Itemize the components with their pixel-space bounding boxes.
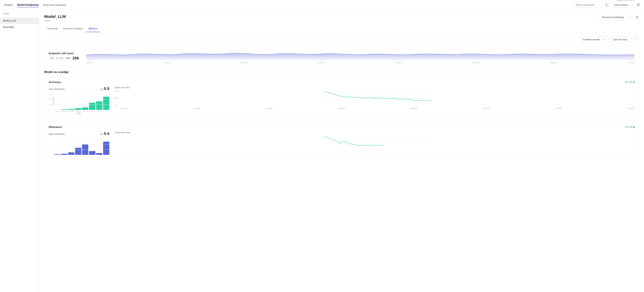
total-value: 20k: [72, 56, 79, 60]
accuracy-value-over-time: Value over time 0.99 0.89 0.8: [115, 86, 634, 114]
time-label: 05:00 AM: [473, 62, 480, 64]
tabs: Overview Features Analysis Metrics: [44, 25, 639, 32]
tab-features-analysis[interactable]: Features Analysis: [60, 25, 86, 32]
value-over-time-label: Value over time: [115, 131, 634, 134]
relevance-drift: No Drift: [625, 126, 634, 128]
search-container: 🔍: [574, 2, 610, 8]
more-options-button[interactable]: ⋮: [628, 15, 633, 20]
distribution-label: Value distribution: [49, 88, 65, 90]
time-label: 14:00 PM: [86, 62, 93, 64]
timeframe-label: Endpoints timeframe: [617, 0, 635, 1]
relevance-title: Relevance: [49, 126, 62, 128]
model-title: Model_LLM: [44, 14, 66, 19]
y-labels: 0.99 0.89 0.8: [115, 90, 118, 106]
relevance-line-chart: [121, 135, 634, 151]
y-axis-title: Percentage: [52, 98, 54, 106]
time-label: 23:00 PM: [318, 62, 325, 64]
accuracy-line-chart: [121, 90, 634, 106]
accuracy-drift: No Drift: [625, 81, 634, 83]
metrics-timeframe-dropdown[interactable]: Last 24 hours ▼: [610, 36, 639, 42]
grid-lines: [54, 139, 109, 155]
time-label: 05:00 AM: [483, 108, 490, 109]
model-info: Model_LLM Latest: [44, 14, 66, 22]
sidebar-header: Name: [0, 10, 39, 18]
y-label: 0.89: [115, 98, 118, 99]
x-label: 0.85-1: [96, 111, 102, 112]
call-count-info: Endpoint call count ↓ 5% last day Total …: [49, 52, 79, 60]
accuracy-body: Value distribution Avg 0.9 Percentage 12…: [49, 86, 634, 114]
relevance-distribution: Value distribution Avg 0.4: [49, 131, 109, 155]
x-label: [103, 111, 109, 112]
content: Model_LLM Latest Resource monitoring ⋮ ✕…: [39, 10, 644, 292]
time-label: 02:00 AM: [410, 108, 417, 109]
time-labels: 14:00 PM 17:00 PM 20:00 PM 23:00 PM 02:0…: [115, 108, 634, 109]
y-tick: 0: [49, 108, 51, 110]
avg-value: 0.4: [104, 131, 109, 136]
call-count-time-labels: 14:00 PM 17:00 PM 20:00 PM 23:00 PM 02:0…: [86, 62, 634, 64]
nav-right: 🔍 Endpoints timeframe Last 24 hours Last…: [574, 2, 640, 8]
call-count-change: ↓ 5%: [49, 57, 54, 60]
grid-lines: [54, 94, 109, 110]
x-label: 0.71-0.84: [89, 111, 95, 112]
nav-left: Models Model Endpoints Real-time Pipelin…: [4, 2, 66, 7]
time-label: 02:00 AM: [396, 62, 402, 64]
time-label: 17:00 PM: [193, 108, 200, 109]
x-label: 0-0.14: [54, 111, 60, 112]
accuracy-drift-text: No Drift: [625, 81, 632, 83]
accuracy-header: Accuracy No Drift: [49, 80, 634, 84]
call-count-area-chart: [86, 50, 634, 60]
x-label: 0.29-0.42: [68, 111, 74, 112]
metrics-chosen-dropdown[interactable]: 3 metrics chosen ▼: [580, 36, 608, 42]
avg-value: 0.9: [104, 86, 109, 91]
accuracy-distribution: Value distribution Avg 0.9 Percentage 12…: [49, 86, 109, 114]
y-tick: 40: [49, 104, 51, 105]
search-input[interactable]: [574, 2, 610, 8]
avg-label: Avg: [100, 88, 103, 90]
close-button[interactable]: ✕: [635, 15, 639, 20]
main-layout: Name Model_LLM Ensemble Model_LLM Latest…: [0, 10, 644, 292]
nav-model-endpoints[interactable]: Model Endpoints: [17, 2, 39, 7]
tab-metrics[interactable]: Metrics: [86, 25, 100, 32]
y-label: 0.8: [115, 104, 118, 106]
timeframe-wrapper: Endpoints timeframe Last 24 hours Last 7…: [612, 2, 635, 8]
avg-label: Avg: [100, 133, 103, 136]
call-count-stats: ↓ 5% last day Total 20k: [49, 56, 79, 60]
section-title: Model as a judge: [44, 70, 639, 74]
relevance-value-over-time: Value over time: [115, 131, 634, 155]
resource-monitoring-button[interactable]: Resource monitoring: [599, 14, 627, 20]
time-label: 20:00 PM: [241, 62, 248, 64]
filter-icon[interactable]: ☰: [637, 3, 640, 7]
time-label: 08:00 AM: [555, 108, 562, 109]
time-label: 08:00 AM: [550, 62, 557, 64]
accuracy-card: Accuracy No Drift Value distribution Avg…: [44, 77, 639, 118]
model-actions: Resource monitoring ⋮ ✕: [599, 14, 639, 20]
y-label: 0.99: [115, 90, 118, 92]
tab-overview[interactable]: Overview: [44, 25, 60, 32]
call-count-change-label: last day: [56, 57, 63, 60]
y-tick: 80: [49, 99, 51, 100]
total-label: Total: [66, 57, 70, 60]
relevance-drift-text: No Drift: [625, 126, 632, 128]
sidebar-item-model-llm[interactable]: Model_LLM: [0, 18, 39, 24]
call-count-card: Endpoint call count ↓ 5% last day Total …: [44, 46, 639, 66]
call-count-chart: 14:00 PM 17:00 PM 20:00 PM 23:00 PM 02:0…: [86, 50, 634, 62]
nav-realtime-pipelines[interactable]: Real-time Pipelines: [43, 3, 66, 7]
chevron-down-icon: ▼: [634, 38, 636, 40]
y-tick: 120: [49, 94, 51, 96]
nav-models[interactable]: Models: [4, 3, 13, 7]
x-axis-title: Value: [49, 112, 109, 114]
value-over-time-label: Value over time: [115, 86, 634, 89]
time-label: 17:00 PM: [164, 62, 170, 64]
time-label: 11:00 AM: [628, 108, 634, 109]
relevance-header: Relevance No Drift: [49, 126, 634, 128]
chevron-down-icon: ▼: [604, 38, 606, 40]
x-label: 0.57-0.7: [82, 111, 88, 112]
chevron-down-icon: ▼: [631, 4, 633, 6]
x-label: 0.15-0.28: [61, 111, 67, 112]
time-label: 11:00 AM: [628, 62, 634, 64]
call-count-title: Endpoint call count: [49, 52, 79, 55]
search-icon: 🔍: [605, 4, 608, 6]
sidebar: Name Model_LLM Ensemble: [0, 10, 39, 292]
sidebar-item-ensemble[interactable]: Ensemble: [0, 24, 39, 30]
accuracy-title: Accuracy: [49, 80, 61, 84]
